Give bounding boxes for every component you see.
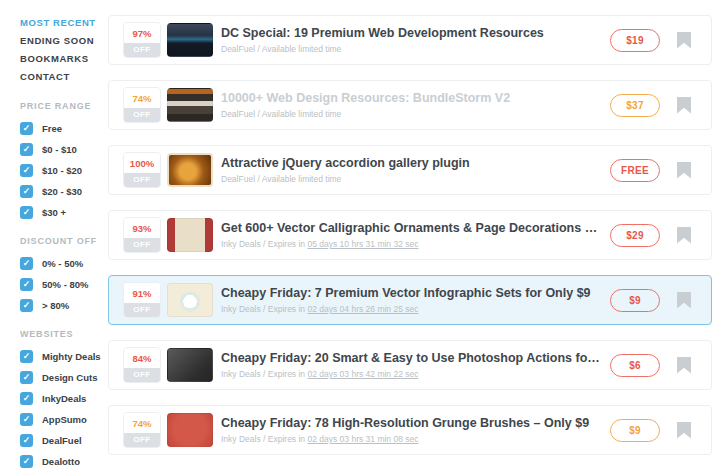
checkbox-checked[interactable]: ✓ (20, 164, 33, 177)
price-badge[interactable]: $29 (610, 224, 660, 247)
bookmark-icon[interactable] (677, 97, 691, 114)
bookmark-icon[interactable] (677, 292, 691, 309)
deal-card[interactable]: 74% OFF 10000+ Web Design Resources: Bun… (108, 80, 712, 130)
filter-option-label: $0 - $10 (42, 144, 77, 155)
checkbox-checked[interactable]: ✓ (20, 122, 33, 135)
sidebar-item-ending-soon[interactable]: ENDING SOON (20, 34, 108, 52)
check-icon: ✓ (23, 124, 31, 133)
deal-card[interactable]: 97% OFF DC Special: 19 Premium Web Devel… (108, 15, 712, 65)
deal-thumbnail-accordion-gallery-flower (167, 153, 213, 187)
checkbox-checked[interactable]: ✓ (20, 434, 33, 447)
price-badge[interactable]: $37 (610, 94, 660, 117)
sidebar-item-contact[interactable]: CONTACT (20, 70, 108, 88)
filter-option-label: $10 - $20 (42, 165, 82, 176)
filter-option-0-50[interactable]: ✓ 0% - 50% (20, 253, 108, 274)
filter-option-inkydeals[interactable]: ✓ InkyDeals (20, 388, 108, 409)
filter-option-label: 0% - 50% (42, 258, 83, 269)
meta-separator: / (255, 44, 262, 54)
price-badge[interactable]: FREE (610, 159, 660, 182)
sidebar-item-bookmarks[interactable]: BOOKMARKS (20, 52, 108, 70)
sidebar-item-most-recent[interactable]: MOST RECENT (20, 16, 108, 34)
filter-option-dealotto[interactable]: ✓ Dealotto (20, 451, 108, 472)
deal-title[interactable]: Cheapy Friday: 7 Premium Vector Infograp… (221, 286, 600, 300)
checkbox-checked[interactable]: ✓ (20, 392, 33, 405)
checkbox-checked[interactable]: ✓ (20, 371, 33, 384)
checkbox-checked[interactable]: ✓ (20, 455, 33, 468)
filter-option-80[interactable]: ✓ > 80% (20, 295, 108, 316)
deal-title[interactable]: 10000+ Web Design Resources: BundleStorm… (221, 91, 600, 105)
checkbox-checked[interactable]: ✓ (20, 206, 33, 219)
filter-section-title: WEBSITES (20, 329, 108, 339)
filter-option-label: $30 + (42, 207, 66, 218)
filter-option-50-80[interactable]: ✓ 50% - 80% (20, 274, 108, 295)
discount-percent: 74% (124, 88, 160, 108)
checkbox-checked[interactable]: ✓ (20, 143, 33, 156)
filter-option-label: $20 - $30 (42, 186, 82, 197)
checkbox-checked[interactable]: ✓ (20, 350, 33, 363)
filter-option-design-cuts[interactable]: ✓ Design Cuts (20, 367, 108, 388)
filter-option-label: 50% - 80% (42, 279, 88, 290)
deal-info: Cheapy Friday: 20 Smart & Easy to Use Ph… (221, 351, 610, 379)
check-icon: ✓ (23, 145, 31, 154)
bookmark-icon[interactable] (677, 162, 691, 179)
checkbox-checked[interactable]: ✓ (20, 185, 33, 198)
filter-option-label: Dealotto (42, 456, 80, 467)
bookmark-icon[interactable] (677, 422, 691, 439)
deal-card[interactable]: 84% OFF Cheapy Friday: 20 Smart & Easy t… (108, 340, 712, 390)
filter-section-title: PRICE RANGE (20, 101, 108, 111)
filter-section-title: DISCOUNT OFF (20, 236, 108, 246)
checkbox-checked[interactable]: ✓ (20, 299, 33, 312)
deal-info: Get 600+ Vector Calligraphic Ornaments &… (221, 221, 610, 249)
deal-meta: DealFuel / Available limited time (221, 109, 600, 119)
bookmark-icon[interactable] (677, 227, 691, 244)
check-icon: ✓ (23, 352, 31, 361)
filter-option-label: AppSumo (42, 414, 87, 425)
deal-countdown: 02 days 03 hrs 31 min 08 sec (307, 434, 418, 444)
deal-title[interactable]: Get 600+ Vector Calligraphic Ornaments &… (221, 221, 600, 235)
filter-option-dealfuel[interactable]: ✓ DealFuel (20, 430, 108, 451)
sidebar-filters: PRICE RANGE ✓ Free ✓ $0 - $10 ✓ $10 - $2… (20, 101, 108, 472)
meta-separator: / (261, 304, 268, 314)
filter-option-mighty-deals[interactable]: ✓ Mighty Deals (20, 346, 108, 367)
bookmark-icon[interactable] (677, 357, 691, 374)
bookmark-icon[interactable] (677, 32, 691, 49)
check-icon: ✓ (23, 373, 31, 382)
filter-option-20-30[interactable]: ✓ $20 - $30 (20, 181, 108, 202)
filter-options: ✓ 0% - 50% ✓ 50% - 80% ✓ > 80% (20, 253, 108, 316)
price-badge[interactable]: $6 (610, 354, 660, 377)
filter-option-appsumo[interactable]: ✓ AppSumo (20, 409, 108, 430)
filter-option-free[interactable]: ✓ Free (20, 118, 108, 139)
checkbox-checked[interactable]: ✓ (20, 413, 33, 426)
deal-countdown: 05 days 10 hrs 31 min 32 sec (307, 239, 418, 249)
deal-card[interactable]: 93% OFF Get 600+ Vector Calligraphic Orn… (108, 210, 712, 260)
meta-separator: / (261, 434, 268, 444)
discount-off-label: OFF (124, 43, 160, 57)
filter-option-10-20[interactable]: ✓ $10 - $20 (20, 160, 108, 181)
checkbox-checked[interactable]: ✓ (20, 257, 33, 270)
check-icon: ✓ (23, 436, 31, 445)
check-icon: ✓ (23, 187, 31, 196)
price-badge[interactable]: $19 (610, 29, 660, 52)
deal-card[interactable]: 74% OFF Cheapy Friday: 78 High-Resolutio… (108, 405, 712, 455)
filter-option-0-10[interactable]: ✓ $0 - $10 (20, 139, 108, 160)
discount-badge: 97% OFF (123, 22, 161, 58)
price-badge[interactable]: $9 (610, 419, 660, 442)
filter-option-30[interactable]: ✓ $30 + (20, 202, 108, 223)
deal-card[interactable]: 91% OFF Cheapy Friday: 7 Premium Vector … (108, 275, 712, 325)
deal-card[interactable]: 100% OFF Attractive jQuery accordion gal… (108, 145, 712, 195)
price-badge[interactable]: $9 (610, 289, 660, 312)
deal-title[interactable]: Attractive jQuery accordion gallery plug… (221, 156, 600, 170)
deal-title[interactable]: DC Special: 19 Premium Web Development R… (221, 26, 600, 40)
deal-info: 10000+ Web Design Resources: BundleStorm… (221, 91, 610, 119)
discount-off-label: OFF (124, 238, 160, 252)
deal-title[interactable]: Cheapy Friday: 78 High-Resolution Grunge… (221, 416, 600, 430)
discount-off-label: OFF (124, 368, 160, 382)
deal-availability: Available limited time (262, 44, 342, 54)
checkbox-checked[interactable]: ✓ (20, 278, 33, 291)
sidebar: MOST RECENT ENDING SOON BOOKMARKS CONTAC… (0, 0, 108, 472)
deal-availability: Expires in (268, 239, 308, 249)
filter-options: ✓ Free ✓ $0 - $10 ✓ $10 - $20 ✓ $20 - $3… (20, 118, 108, 223)
deal-title[interactable]: Cheapy Friday: 20 Smart & Easy to Use Ph… (221, 351, 600, 365)
discount-off-label: OFF (124, 108, 160, 122)
discount-percent: 91% (124, 283, 160, 303)
